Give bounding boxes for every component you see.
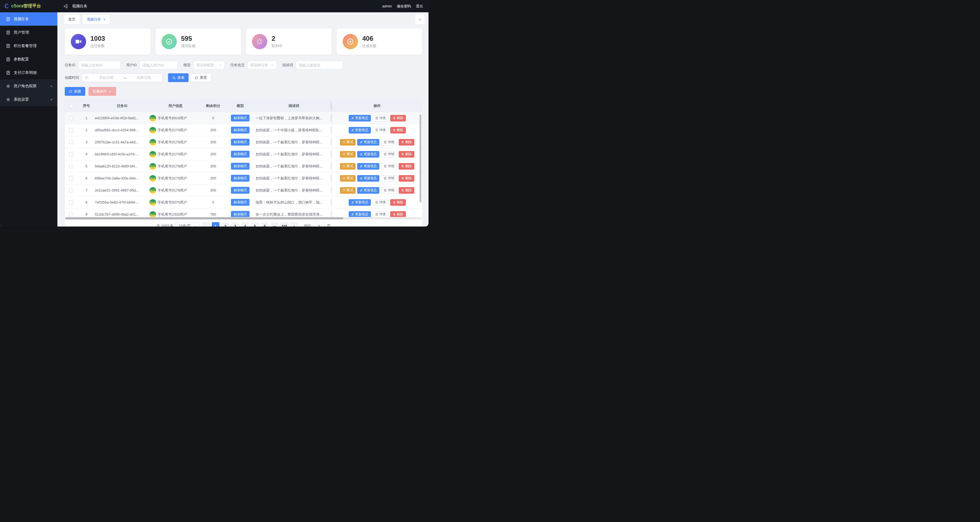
detail-button[interactable]: 详情: [381, 175, 397, 182]
prev-page-button[interactable]: ‹: [202, 222, 210, 227]
row-checkbox[interactable]: [69, 140, 73, 144]
row-checkbox[interactable]: [69, 128, 73, 132]
document-icon: [375, 213, 378, 216]
trash-icon: [393, 201, 396, 204]
delete-button[interactable]: 删除: [399, 151, 414, 158]
sidebar-item-label: 参数配置: [14, 57, 53, 62]
edit-icon: [360, 153, 363, 156]
table-row: 8 7ef1f55a-5e83-47f0-b894-... 驿好品 手机尾号50…: [65, 196, 422, 209]
user-name[interactable]: admin: [382, 4, 392, 8]
row-index: 3: [78, 140, 95, 144]
update-status-button[interactable]: 更新状态: [349, 199, 371, 206]
sidebar-item-参数配置[interactable]: 参数配置: [0, 53, 57, 66]
detail-button[interactable]: 详情: [372, 115, 388, 121]
row-checkbox[interactable]: [69, 201, 73, 204]
detail-button[interactable]: 详情: [381, 187, 397, 194]
sidebar-item-label: 积分套餐管理: [14, 43, 53, 48]
sidebar-item-支付订单明细[interactable]: 支付订单明细: [0, 66, 57, 79]
tab-视频任务[interactable]: 视频任务 ×: [83, 15, 110, 24]
detail-button[interactable]: 详情: [372, 199, 388, 206]
horizontal-scrollbar[interactable]: [65, 217, 343, 219]
status-select[interactable]: 请选择任务: [247, 61, 277, 70]
sidebar-item-视频任务[interactable]: 视频任务: [0, 12, 57, 26]
user-name-text: 手机尾号2333用户: [158, 212, 187, 217]
detail-button[interactable]: 详情: [381, 151, 397, 158]
sidebar-item-系统设置[interactable]: 系统设置: [0, 93, 57, 106]
page-number-button[interactable]: 4: [241, 222, 249, 227]
row-checkbox[interactable]: [69, 116, 73, 120]
detail-button[interactable]: 详情: [381, 163, 397, 170]
sidebar-item-用户管理[interactable]: 用户管理: [0, 26, 57, 39]
detail-button[interactable]: 详情: [372, 211, 388, 217]
page-ellipsis-button[interactable]: ···: [271, 222, 278, 227]
document-icon: [384, 165, 387, 168]
row-checkbox[interactable]: [69, 188, 73, 192]
tab-首页[interactable]: 首页: [64, 15, 80, 24]
tab-close-icon[interactable]: ×: [103, 18, 105, 21]
page-number-button[interactable]: 5: [251, 222, 259, 227]
user-id-input[interactable]: [143, 63, 175, 67]
retry-button[interactable]: 重试: [340, 163, 356, 170]
delete-button[interactable]: 删除: [399, 163, 414, 170]
vertical-scrollbar[interactable]: [420, 114, 422, 203]
update-status-button[interactable]: 更新状态: [349, 115, 371, 121]
model-select[interactable]: 请选择模型: [193, 61, 225, 70]
delete-button[interactable]: 删除: [399, 187, 414, 194]
search-button[interactable]: 搜索: [168, 73, 189, 82]
delete-button[interactable]: 删除: [390, 127, 406, 134]
page-number-button[interactable]: 6: [261, 222, 269, 227]
refresh-button[interactable]: 刷新: [65, 87, 85, 96]
task-id-input[interactable]: [81, 63, 118, 67]
edit-icon: [360, 177, 363, 180]
row-checkbox[interactable]: [69, 164, 73, 168]
retry-button[interactable]: 重试: [340, 187, 356, 194]
delete-button[interactable]: 删除: [390, 211, 406, 217]
update-status-button[interactable]: 更新状态: [357, 139, 379, 145]
sidebar-item-用户角色权限[interactable]: 用户角色权限: [0, 79, 57, 93]
delete-button[interactable]: 删除: [399, 175, 414, 182]
date-range-picker[interactable]: 开始日期 – 结束日期: [82, 73, 162, 82]
refresh-icon: [194, 76, 198, 80]
update-status-button[interactable]: 更新状态: [357, 163, 379, 170]
stat-label: 队列中: [272, 43, 282, 48]
batch-actions-button[interactable]: 批量操作: [89, 87, 116, 96]
user-name-text: 手机尾号5075用户: [158, 200, 187, 205]
row-checkbox[interactable]: [69, 176, 73, 180]
retry-button[interactable]: 重试: [340, 175, 356, 182]
retry-button[interactable]: 重试: [340, 151, 356, 158]
toolbar: 刷新 批量操作: [65, 87, 422, 96]
collapse-sidebar-icon[interactable]: [64, 4, 68, 9]
user-cell: 驿好品 手机尾号0179用户: [150, 127, 201, 134]
detail-button[interactable]: 详情: [372, 127, 388, 134]
sidebar-item-积分套餐管理[interactable]: 积分套餐管理: [0, 39, 57, 53]
logout-link[interactable]: 退出: [416, 4, 423, 9]
tabs-more-button[interactable]: [415, 15, 425, 24]
update-status-button[interactable]: 更新状态: [357, 175, 379, 182]
update-status-button[interactable]: 更新状态: [357, 187, 379, 194]
page-number-button[interactable]: 101: [281, 222, 288, 227]
row-index: 7: [78, 188, 95, 192]
change-password-link[interactable]: 修改密码: [397, 4, 411, 9]
update-status-button[interactable]: 更新状态: [349, 127, 371, 134]
goto-page-input[interactable]: [313, 222, 325, 227]
page-number-button[interactable]: 2: [222, 222, 229, 227]
update-status-button[interactable]: 更新状态: [357, 151, 379, 158]
row-checkbox[interactable]: [69, 152, 73, 156]
row-checkbox[interactable]: [69, 212, 73, 216]
next-page-button[interactable]: ›: [291, 222, 298, 227]
page-number-button[interactable]: 1: [212, 222, 220, 227]
model-tag: 标准模式: [231, 115, 250, 121]
retry-button[interactable]: 重试: [340, 139, 356, 145]
page-size-select[interactable]: 10条/页: [176, 222, 200, 227]
select-all-checkbox[interactable]: [69, 104, 73, 108]
table-header-row: 序号 任务ID 用户信息 剩余积分 模型 描述词 操作: [65, 100, 422, 112]
delete-button[interactable]: 删除: [390, 199, 406, 206]
delete-button[interactable]: 删除: [399, 139, 414, 145]
desc-input[interactable]: [299, 63, 340, 67]
delete-button[interactable]: 删除: [390, 115, 406, 121]
update-status-button[interactable]: 更新状态: [349, 211, 371, 217]
desc-cell: 自拍画面，一个戴着红领巾，穿着特种部...: [256, 164, 332, 169]
page-number-button[interactable]: 3: [231, 222, 239, 227]
detail-button[interactable]: 详情: [381, 139, 397, 145]
reset-button[interactable]: 重置: [190, 73, 211, 82]
